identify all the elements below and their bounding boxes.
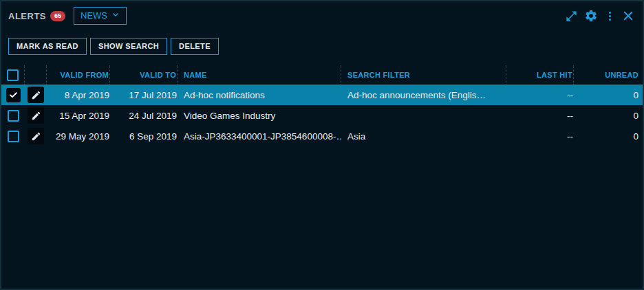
window-controls [565, 9, 634, 23]
delete-button[interactable]: DELETE [171, 38, 219, 55]
edit-pencil-icon[interactable] [28, 87, 44, 103]
cell-valid-from: 15 Apr 2019 [47, 111, 110, 121]
actions-toolbar: MARK AS READ SHOW SEARCH DELETE [1, 38, 643, 55]
cell-valid-from: 8 Apr 2019 [47, 90, 110, 100]
title-bar: ALERTS 65 NEWS [1, 1, 643, 30]
cell-valid-to: 6 Sep 2019 [110, 131, 178, 142]
row-checkbox-cell [1, 110, 25, 122]
edit-pencil-icon[interactable] [28, 107, 44, 124]
cell-unread: 0 [574, 131, 643, 142]
column-header-name[interactable]: NAME [178, 65, 341, 85]
column-header-search-filter[interactable]: SEARCH FILTER [341, 65, 506, 85]
row-checkbox-checked[interactable] [6, 88, 21, 102]
expand-icon[interactable] [565, 10, 578, 23]
column-header-last-hit[interactable]: LAST HIT [506, 65, 574, 85]
cell-search-filter: Ad-hoc announcements (Englis… [341, 90, 506, 100]
column-header-unread[interactable]: UNREAD [574, 65, 643, 85]
cell-valid-to: 17 Jul 2019 [110, 90, 178, 100]
cell-last-hit: -- [506, 131, 574, 142]
select-all-checkbox[interactable] [7, 69, 19, 81]
alert-count-badge: 65 [50, 11, 65, 21]
table-row[interactable]: 29 May 2019 6 Sep 2019 Asia-JP3633400001… [1, 126, 643, 146]
table-header: VALID FROM VALID TO NAME SEARCH FILTER L… [1, 65, 643, 85]
column-header-valid-from[interactable]: VALID FROM [47, 65, 110, 85]
close-icon[interactable] [622, 10, 634, 22]
row-edit-cell [25, 87, 47, 103]
mark-as-read-button[interactable]: MARK AS READ [8, 38, 87, 55]
cell-unread: 0 [574, 90, 643, 100]
cell-valid-to: 24 Jul 2019 [110, 111, 178, 121]
row-checkbox-cell [1, 88, 25, 102]
alerts-panel: ALERTS 65 NEWS MARK AS READ SHOW SEAR [0, 0, 644, 290]
row-edit-cell [25, 107, 47, 124]
show-search-button[interactable]: SHOW SEARCH [90, 38, 167, 55]
table-row[interactable]: 8 Apr 2019 17 Jul 2019 Ad-hoc notificati… [1, 85, 643, 105]
select-all-column-header [1, 65, 25, 85]
cell-last-hit: -- [506, 90, 574, 100]
chevron-down-icon [111, 10, 120, 21]
news-dropdown-label: NEWS [80, 10, 107, 21]
settings-gear-icon[interactable] [584, 9, 598, 23]
row-checkbox[interactable] [8, 110, 19, 122]
row-checkbox-cell [1, 131, 25, 142]
cell-unread: 0 [574, 111, 643, 121]
panel-title: ALERTS [8, 11, 46, 21]
row-checkbox[interactable] [8, 131, 19, 142]
edit-pencil-icon[interactable] [28, 128, 44, 144]
cell-valid-from: 29 May 2019 [47, 131, 110, 142]
cell-name: Video Games Industry [178, 111, 341, 121]
column-header-valid-to[interactable]: VALID TO [110, 65, 178, 85]
cell-name: Asia-JP3633400001-JP3854600008-… [178, 131, 341, 142]
row-edit-cell [25, 128, 47, 144]
edit-column-header [25, 65, 47, 85]
cell-name: Ad-hoc notifications [178, 90, 341, 100]
news-dropdown[interactable]: NEWS [74, 7, 127, 25]
cell-last-hit: -- [506, 111, 574, 121]
table-row[interactable]: 15 Apr 2019 24 Jul 2019 Video Games Indu… [1, 105, 643, 126]
cell-search-filter: Asia [341, 131, 506, 142]
kebab-menu-icon[interactable] [604, 10, 616, 22]
